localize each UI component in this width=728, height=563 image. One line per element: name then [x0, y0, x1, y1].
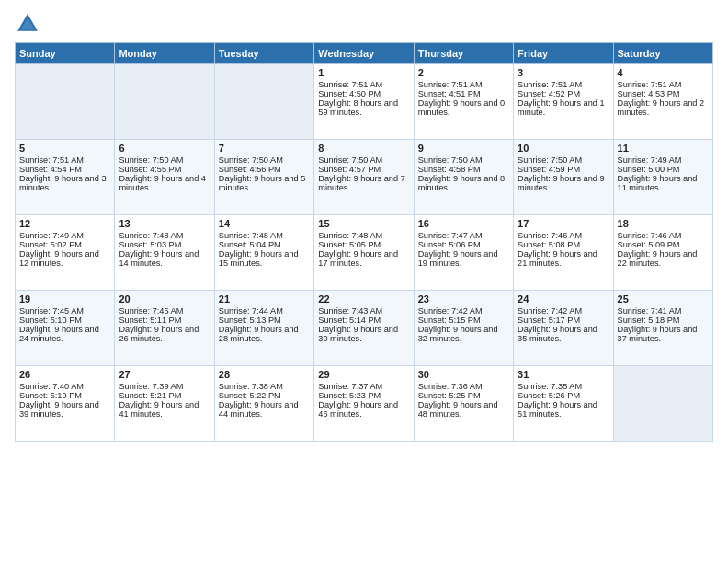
cell-content-line: Sunrise: 7:43 AM: [318, 306, 409, 316]
calendar-cell: 20Sunrise: 7:45 AMSunset: 5:11 PMDayligh…: [115, 291, 214, 366]
page-container: SundayMondayTuesdayWednesdayThursdayFrid…: [0, 0, 728, 449]
cell-content-line: Daylight: 9 hours and 5 minutes.: [219, 174, 310, 192]
cell-content-line: Sunset: 5:22 PM: [219, 391, 310, 400]
calendar-table: SundayMondayTuesdayWednesdayThursdayFrid…: [15, 42, 713, 442]
cell-content-line: Daylight: 9 hours and 44 minutes.: [219, 400, 310, 419]
header-row: [15, 11, 713, 37]
cell-content-line: Daylight: 9 hours and 39 minutes.: [19, 400, 110, 419]
cell-content-line: Sunrise: 7:50 AM: [119, 155, 210, 165]
cell-content-line: Sunset: 5:17 PM: [518, 316, 609, 325]
cell-content-line: Sunrise: 7:50 AM: [518, 155, 609, 165]
day-number: 10: [518, 143, 609, 154]
calendar-cell: [613, 366, 712, 442]
cell-content-line: Daylight: 9 hours and 11 minutes.: [618, 174, 709, 192]
cell-content-line: Sunset: 4:54 PM: [19, 165, 110, 174]
day-number: 17: [518, 218, 609, 229]
day-number: 8: [318, 143, 409, 154]
weekday-header-wednesday: Wednesday: [314, 43, 414, 64]
cell-content-line: Daylight: 9 hours and 7 minutes.: [318, 174, 409, 192]
calendar-cell: 19Sunrise: 7:45 AMSunset: 5:10 PMDayligh…: [16, 291, 115, 366]
cell-content-line: Sunset: 4:53 PM: [618, 89, 709, 98]
weekday-header-row: SundayMondayTuesdayWednesdayThursdayFrid…: [16, 43, 713, 64]
day-number: 26: [19, 369, 110, 380]
day-number: 13: [119, 218, 210, 229]
cell-content-line: Sunset: 4:50 PM: [318, 89, 409, 98]
calendar-cell: 4Sunrise: 7:51 AMSunset: 4:53 PMDaylight…: [613, 64, 712, 140]
day-number: 22: [318, 293, 409, 304]
cell-content-line: Daylight: 9 hours and 22 minutes.: [618, 249, 709, 268]
calendar-cell: 11Sunrise: 7:49 AMSunset: 5:00 PMDayligh…: [613, 140, 712, 215]
day-number: 6: [119, 143, 210, 154]
cell-content-line: Sunset: 5:03 PM: [119, 240, 210, 249]
cell-content-line: Daylight: 9 hours and 30 minutes.: [318, 325, 409, 343]
day-number: 25: [618, 293, 709, 304]
cell-content-line: Daylight: 9 hours and 26 minutes.: [119, 325, 210, 343]
calendar-cell: 7Sunrise: 7:50 AMSunset: 4:56 PMDaylight…: [214, 140, 313, 215]
cell-content-line: Sunrise: 7:44 AM: [219, 306, 310, 316]
cell-content-line: Sunset: 5:06 PM: [418, 240, 509, 249]
cell-content-line: Sunset: 5:15 PM: [418, 316, 509, 325]
cell-content-line: Sunrise: 7:48 AM: [318, 231, 409, 240]
cell-content-line: Daylight: 9 hours and 9 minutes.: [518, 174, 609, 192]
calendar-week-row: 26Sunrise: 7:40 AMSunset: 5:19 PMDayligh…: [16, 366, 713, 442]
cell-content-line: Daylight: 9 hours and 24 minutes.: [19, 325, 110, 343]
weekday-header-thursday: Thursday: [414, 43, 513, 64]
cell-content-line: Daylight: 9 hours and 8 minutes.: [418, 174, 509, 192]
calendar-cell: 29Sunrise: 7:37 AMSunset: 5:23 PMDayligh…: [314, 366, 414, 442]
calendar-header: SundayMondayTuesdayWednesdayThursdayFrid…: [16, 43, 713, 64]
cell-content-line: Sunrise: 7:45 AM: [119, 306, 210, 316]
cell-content-line: Sunrise: 7:37 AM: [318, 382, 409, 391]
cell-content-line: Sunset: 4:59 PM: [518, 165, 609, 174]
cell-content-line: Sunset: 5:02 PM: [19, 240, 110, 249]
cell-content-line: Daylight: 9 hours and 3 minutes.: [19, 174, 110, 192]
day-number: 15: [318, 218, 409, 229]
cell-content-line: Sunset: 5:26 PM: [518, 391, 609, 400]
weekday-header-friday: Friday: [514, 43, 613, 64]
cell-content-line: Sunrise: 7:38 AM: [219, 382, 310, 391]
cell-content-line: Sunset: 5:18 PM: [618, 316, 709, 325]
cell-content-line: Daylight: 9 hours and 17 minutes.: [318, 249, 409, 268]
calendar-cell: 6Sunrise: 7:50 AMSunset: 4:55 PMDaylight…: [115, 140, 214, 215]
day-number: 5: [19, 143, 110, 154]
calendar-cell: [214, 64, 313, 140]
calendar-cell: [16, 64, 115, 140]
cell-content-line: Daylight: 9 hours and 35 minutes.: [518, 325, 609, 343]
cell-content-line: Daylight: 9 hours and 51 minutes.: [518, 400, 609, 419]
cell-content-line: Sunrise: 7:46 AM: [618, 231, 709, 240]
cell-content-line: Sunrise: 7:35 AM: [518, 382, 609, 391]
calendar-cell: 10Sunrise: 7:50 AMSunset: 4:59 PMDayligh…: [514, 140, 613, 215]
calendar-cell: 14Sunrise: 7:48 AMSunset: 5:04 PMDayligh…: [214, 215, 313, 291]
cell-content-line: Sunrise: 7:40 AM: [19, 382, 110, 391]
cell-content-line: Sunrise: 7:49 AM: [618, 155, 709, 165]
cell-content-line: Daylight: 9 hours and 1 minute.: [518, 98, 609, 117]
cell-content-line: Sunset: 4:51 PM: [418, 89, 509, 98]
calendar-cell: 3Sunrise: 7:51 AMSunset: 4:52 PMDaylight…: [514, 64, 613, 140]
calendar-cell: 13Sunrise: 7:48 AMSunset: 5:03 PMDayligh…: [115, 215, 214, 291]
cell-content-line: Sunrise: 7:51 AM: [418, 80, 509, 89]
weekday-header-monday: Monday: [115, 43, 214, 64]
cell-content-line: Daylight: 8 hours and 59 minutes.: [318, 98, 409, 117]
calendar-cell: 17Sunrise: 7:46 AMSunset: 5:08 PMDayligh…: [514, 215, 613, 291]
cell-content-line: Sunset: 4:57 PM: [318, 165, 409, 174]
cell-content-line: Sunset: 5:11 PM: [119, 316, 210, 325]
weekday-header-tuesday: Tuesday: [214, 43, 313, 64]
cell-content-line: Sunset: 5:09 PM: [618, 240, 709, 249]
cell-content-line: Sunset: 5:25 PM: [418, 391, 509, 400]
day-number: 23: [418, 293, 509, 304]
calendar-cell: 2Sunrise: 7:51 AMSunset: 4:51 PMDaylight…: [414, 64, 513, 140]
calendar-cell: 24Sunrise: 7:42 AMSunset: 5:17 PMDayligh…: [514, 291, 613, 366]
cell-content-line: Daylight: 9 hours and 41 minutes.: [119, 400, 210, 419]
cell-content-line: Sunset: 5:19 PM: [19, 391, 110, 400]
day-number: 2: [418, 67, 509, 78]
cell-content-line: Daylight: 9 hours and 2 minutes.: [618, 98, 709, 117]
cell-content-line: Sunrise: 7:45 AM: [19, 306, 110, 316]
cell-content-line: Sunrise: 7:36 AM: [418, 382, 509, 391]
cell-content-line: Daylight: 9 hours and 37 minutes.: [618, 325, 709, 343]
calendar-cell: 1Sunrise: 7:51 AMSunset: 4:50 PMDaylight…: [314, 64, 414, 140]
cell-content-line: Sunset: 5:04 PM: [219, 240, 310, 249]
day-number: 30: [418, 369, 509, 380]
calendar-cell: 18Sunrise: 7:46 AMSunset: 5:09 PMDayligh…: [613, 215, 712, 291]
cell-content-line: Daylight: 9 hours and 21 minutes.: [518, 249, 609, 268]
day-number: 19: [19, 293, 110, 304]
cell-content-line: Sunrise: 7:51 AM: [518, 80, 609, 89]
